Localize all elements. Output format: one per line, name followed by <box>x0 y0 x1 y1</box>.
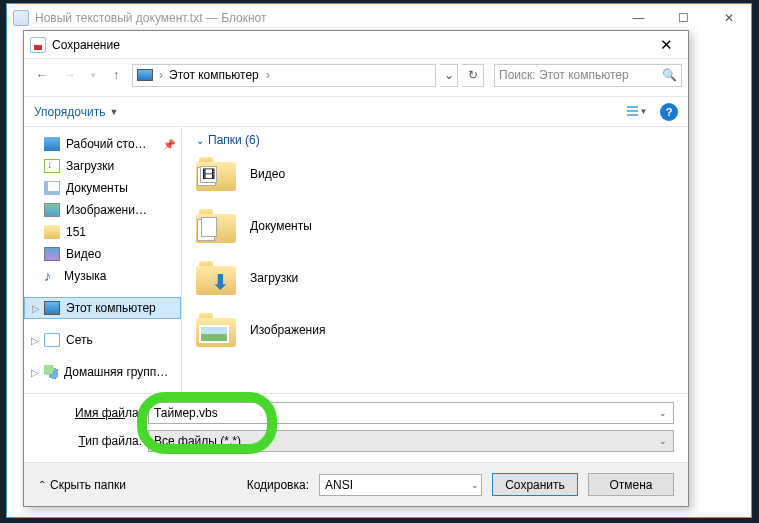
folder-item-documents[interactable]: Документы <box>196 209 674 243</box>
folder-large-icon <box>196 209 236 243</box>
tree-network[interactable]: ▷Сеть <box>24 329 181 351</box>
pc-icon <box>137 69 153 81</box>
documents-icon <box>44 181 60 195</box>
encoding-label: Кодировка: <box>247 478 309 492</box>
tree-downloads[interactable]: Загрузки <box>24 155 181 177</box>
folder-icon <box>44 225 60 239</box>
desktop-icon <box>44 137 60 151</box>
pictures-overlay-icon <box>199 325 229 343</box>
back-button[interactable]: ← <box>30 63 54 87</box>
tree-desktop[interactable]: Рабочий сто…📌 <box>24 133 181 155</box>
nav-row: ← → ▾ ↑ › Этот компьютер ⌄ ↻ Поиск: Этот… <box>24 59 688 91</box>
tree-documents[interactable]: Документы <box>24 177 181 199</box>
notepad-title: Новый текстовый документ.txt — Блокнот <box>35 11 616 25</box>
search-icon: 🔍 <box>662 68 677 82</box>
up-button[interactable]: ↑ <box>104 63 128 87</box>
pictures-icon <box>44 203 60 217</box>
folder-item-pictures[interactable]: Изображения <box>196 313 674 347</box>
cancel-button[interactable]: Отмена <box>588 473 674 496</box>
dialog-footer: ⌃ Скрыть папки Кодировка: ANSI ⌄ Сохрани… <box>24 462 688 506</box>
dialog-titlebar: Сохранение ✕ <box>24 31 688 59</box>
dialog-title: Сохранение <box>52 38 650 52</box>
toolbar: Упорядочить ▼ ▼ ? <box>24 97 688 127</box>
folder-item-downloads[interactable]: Загрузки <box>196 261 674 295</box>
notepad-titlebar: Новый текстовый документ.txt — Блокнот —… <box>7 4 751 32</box>
close-button[interactable]: ✕ <box>706 4 751 32</box>
refresh-button[interactable]: ↻ <box>462 64 484 87</box>
homegroup-icon <box>44 365 58 379</box>
chevron-down-icon[interactable]: ⌄ <box>655 433 671 449</box>
video-icon <box>44 247 60 261</box>
expand-icon[interactable]: ▷ <box>31 303 41 314</box>
help-button[interactable]: ? <box>660 103 678 121</box>
filetype-select[interactable]: Все файлы (*.*) ⌄ <box>148 430 674 452</box>
save-icon <box>30 37 46 53</box>
save-button[interactable]: Сохранить <box>492 473 578 496</box>
hide-folders-button[interactable]: ⌃ Скрыть папки <box>38 478 126 492</box>
chevron-down-icon[interactable]: ⌄ <box>655 405 671 421</box>
folder-item-video[interactable]: 🎞 Видео <box>196 157 674 191</box>
forward-button[interactable]: → <box>58 63 82 87</box>
form-area: Имя файла: Таймер.vbs ⌄ Тип файла: Все ф… <box>24 393 688 462</box>
tree-thispc[interactable]: ▷Этот компьютер <box>24 297 181 319</box>
music-icon: ♪ <box>44 269 58 283</box>
view-icon <box>627 106 638 117</box>
tree-music[interactable]: ♪Музыка <box>24 265 181 287</box>
chevron-down-icon: ⌄ <box>196 135 204 146</box>
section-folders-header[interactable]: ⌄ Папки (6) <box>196 133 674 147</box>
folder-label: Документы <box>250 219 312 233</box>
chevron-up-icon: ⌃ <box>38 479 46 490</box>
folder-large-icon: 🎞 <box>196 157 236 191</box>
folder-label: Видео <box>250 167 285 181</box>
tree-pictures[interactable]: Изображени… <box>24 199 181 221</box>
nav-tree: Рабочий сто…📌 Загрузки Документы Изображ… <box>24 127 182 393</box>
maximize-button[interactable]: ☐ <box>661 4 706 32</box>
search-placeholder: Поиск: Этот компьютер <box>499 68 629 82</box>
downloads-icon <box>44 159 60 173</box>
address-bar[interactable]: › Этот компьютер <box>132 64 436 87</box>
breadcrumb-thispc[interactable]: Этот компьютер <box>169 68 270 82</box>
expand-icon[interactable]: ▷ <box>30 367 40 378</box>
pin-icon: 📌 <box>163 139 175 150</box>
minimize-button[interactable]: — <box>616 4 661 32</box>
expand-icon[interactable]: ▷ <box>30 335 40 346</box>
filename-input[interactable]: Таймер.vbs ⌄ <box>148 402 674 424</box>
filename-label: Имя файла: <box>38 406 148 420</box>
encoding-select[interactable]: ANSI ⌄ <box>319 474 482 496</box>
organize-menu[interactable]: Упорядочить ▼ <box>34 105 118 119</box>
tree-video[interactable]: Видео <box>24 243 181 265</box>
view-options-button[interactable]: ▼ <box>620 101 654 123</box>
video-overlay-icon: 🎞 <box>200 166 217 183</box>
address-dropdown[interactable]: ⌄ <box>440 64 458 87</box>
documents-overlay-icon <box>201 217 217 237</box>
filetype-label: Тип файла: <box>38 434 148 448</box>
tree-homegroup[interactable]: ▷Домашняя групп… <box>24 361 181 383</box>
chevron-down-icon[interactable]: ⌄ <box>471 480 479 490</box>
folder-large-icon <box>196 313 236 347</box>
folder-label: Изображения <box>250 323 325 337</box>
folder-label: Загрузки <box>250 271 298 285</box>
network-icon <box>44 333 60 347</box>
notepad-icon <box>13 10 29 26</box>
folder-large-icon <box>196 261 236 295</box>
recent-dropdown[interactable]: ▾ <box>86 63 100 87</box>
save-dialog: Сохранение ✕ ← → ▾ ↑ › Этот компьютер ⌄ … <box>23 30 689 507</box>
downloads-overlay-icon <box>212 273 229 291</box>
pc-icon <box>44 301 60 315</box>
content-pane: ⌄ Папки (6) 🎞 Видео Документы Загрузки <box>182 127 688 393</box>
search-input[interactable]: Поиск: Этот компьютер 🔍 <box>494 64 682 87</box>
tree-folder-151[interactable]: 151 <box>24 221 181 243</box>
dialog-close-button[interactable]: ✕ <box>650 33 682 57</box>
